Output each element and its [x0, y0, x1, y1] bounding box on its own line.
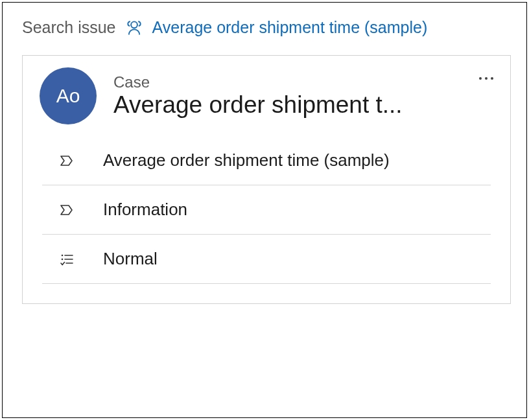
avatar-initials: Ao: [56, 85, 80, 107]
chevron-tag-icon: [59, 202, 78, 218]
svg-point-6: [62, 258, 64, 260]
panel-container: Search issue Average order shipment time…: [2, 2, 527, 418]
svg-point-0: [131, 21, 137, 28]
card-bottom-spacer: [23, 284, 510, 303]
card-title: Average order shipment t...: [113, 91, 496, 119]
breadcrumb-current[interactable]: Average order shipment time (sample): [152, 18, 428, 37]
case-card: Ao Case Average order shipment t...: [22, 55, 511, 304]
more-options-icon[interactable]: [478, 69, 495, 86]
svg-point-2: [485, 77, 488, 80]
avatar: Ao: [40, 67, 97, 124]
person-support-icon: [125, 19, 143, 37]
card-type-label: Case: [113, 73, 496, 91]
chevron-tag-icon: [59, 153, 78, 169]
svg-point-3: [491, 77, 493, 80]
priority-settings-icon: [59, 251, 78, 267]
row-info[interactable]: Information: [42, 185, 491, 235]
row-priority-text: Normal: [103, 249, 158, 269]
card-title-block: Case Average order shipment t...: [113, 73, 496, 119]
row-subject-text: Average order shipment time (sample): [103, 150, 390, 170]
card-header: Ao Case Average order shipment t...: [23, 56, 510, 136]
row-info-text: Information: [103, 200, 187, 220]
row-priority[interactable]: Normal: [42, 235, 491, 284]
svg-point-1: [479, 77, 482, 80]
breadcrumb: Search issue Average order shipment time…: [22, 18, 511, 37]
row-subject[interactable]: Average order shipment time (sample): [42, 136, 491, 185]
svg-point-4: [62, 254, 64, 256]
card-rows: Average order shipment time (sample) Inf…: [23, 136, 510, 284]
breadcrumb-root[interactable]: Search issue: [22, 18, 116, 37]
